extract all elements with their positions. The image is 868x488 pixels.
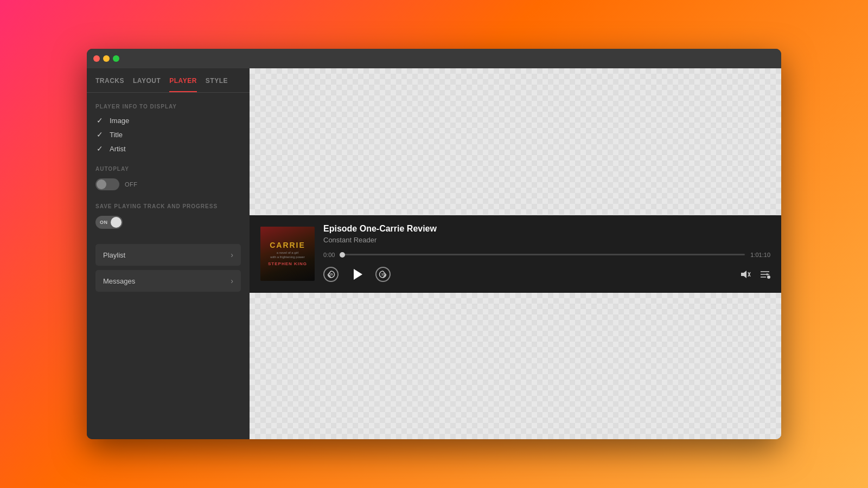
autoplay-section: AUTOPLAY OFF [95, 166, 241, 190]
save-toggle-knob [111, 217, 122, 228]
checkbox-group: ✓ Image ✓ Title ✓ Artist [95, 116, 241, 153]
checkbox-image[interactable]: ✓ Image [95, 116, 241, 125]
svg-point-9 [767, 275, 770, 279]
progress-bar[interactable] [340, 254, 745, 255]
svg-marker-1 [354, 269, 362, 280]
autoplay-toggle-row: OFF [95, 178, 241, 190]
checkbox-artist-label: Artist [110, 145, 126, 153]
progress-container: 0:00 1:01:10 [323, 252, 770, 258]
save-toggle-status: ON [100, 220, 108, 225]
maximize-button[interactable] [113, 55, 119, 62]
tab-layout[interactable]: LAYOUT [133, 77, 161, 92]
autoplay-status: OFF [125, 181, 138, 188]
skip-forward-button[interactable]: 15 [375, 267, 391, 282]
check-icon-title: ✓ [95, 130, 104, 139]
player: CARRIE a novel of a girlwith a frighteni… [250, 215, 781, 293]
preview-pane: CARRIE a novel of a girlwith a frighteni… [250, 68, 781, 439]
playlist-label: Playlist [103, 251, 125, 259]
sidebar: TRACKS LAYOUT PLAYER STYLE PLAYER INFO T… [87, 68, 250, 439]
player-info: Episode One-Carrie Review Constant Reade… [323, 224, 770, 284]
minimize-button[interactable] [103, 55, 110, 62]
save-track-section: SAVE PLAYING TRACK AND PROGRESS ON [95, 203, 241, 229]
playlist-button[interactable] [760, 269, 770, 280]
playlist-menu-item[interactable]: Playlist › [95, 244, 241, 266]
checkbox-image-label: Image [110, 117, 129, 125]
progress-dot [340, 252, 345, 258]
save-toggle-row: ON [95, 216, 241, 229]
sidebar-content: PLAYER INFO TO DISPLAY ✓ Image ✓ Title ✓ [87, 93, 250, 439]
app-window: TRACKS LAYOUT PLAYER STYLE PLAYER INFO T… [87, 49, 781, 439]
tab-bar: TRACKS LAYOUT PLAYER STYLE [87, 68, 250, 93]
close-button[interactable] [93, 55, 100, 62]
album-art: CARRIE a novel of a girlwith a frighteni… [260, 227, 315, 281]
track-title: Episode One-Carrie Review [323, 224, 770, 234]
autoplay-toggle-knob [97, 179, 106, 189]
titlebar [87, 49, 781, 68]
save-toggle[interactable]: ON [95, 216, 123, 229]
player-controls: 15 [323, 265, 770, 284]
player-info-label: PLAYER INFO TO DISPLAY [95, 104, 241, 110]
messages-arrow-icon: › [231, 277, 233, 285]
checkbox-title[interactable]: ✓ Title [95, 130, 241, 139]
playlist-arrow-icon: › [231, 251, 233, 259]
svg-marker-3 [741, 271, 746, 278]
check-icon-artist: ✓ [95, 144, 104, 153]
play-button[interactable] [347, 265, 367, 284]
main-content: TRACKS LAYOUT PLAYER STYLE PLAYER INFO T… [87, 68, 781, 439]
mute-button[interactable] [740, 269, 751, 280]
preview-top [250, 68, 781, 215]
messages-menu-item[interactable]: Messages › [95, 270, 241, 292]
messages-label: Messages [103, 277, 135, 285]
skip-back-button[interactable]: 15 [323, 267, 339, 282]
track-artist: Constant Reader [323, 236, 770, 244]
tab-style[interactable]: STYLE [206, 77, 228, 92]
save-track-label: SAVE PLAYING TRACK AND PROGRESS [95, 203, 241, 209]
tab-tracks[interactable]: TRACKS [95, 77, 124, 92]
svg-text:15: 15 [329, 273, 333, 276]
autoplay-label: AUTOPLAY [95, 166, 241, 172]
controls-right [740, 269, 770, 280]
traffic-lights [93, 55, 119, 62]
time-current: 0:00 [323, 252, 335, 258]
checkbox-artist[interactable]: ✓ Artist [95, 144, 241, 153]
album-art-overlay: CARRIE a novel of a girlwith a frighteni… [260, 227, 315, 281]
svg-text:15: 15 [381, 273, 385, 276]
preview-bottom [250, 293, 781, 440]
check-icon-image: ✓ [95, 116, 104, 125]
time-total: 1:01:10 [750, 252, 770, 258]
autoplay-toggle[interactable] [95, 178, 119, 190]
player-inner: CARRIE a novel of a girlwith a frighteni… [250, 215, 781, 293]
player-info-section: PLAYER INFO TO DISPLAY ✓ Image ✓ Title ✓ [95, 104, 241, 153]
checkbox-title-label: Title [110, 131, 123, 139]
tab-player[interactable]: PLAYER [169, 77, 197, 92]
